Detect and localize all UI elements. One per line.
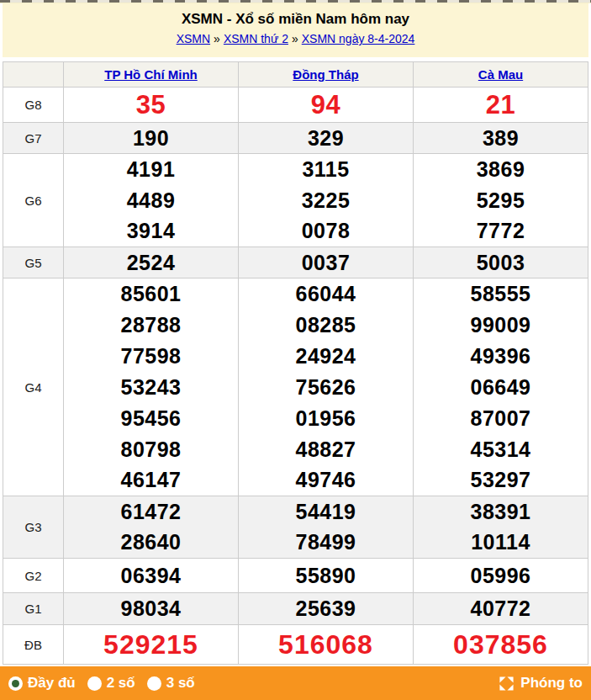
prize-row-g3: 28640 78499 10114 bbox=[3, 528, 588, 559]
prize-cell: 99009 bbox=[414, 310, 588, 341]
province-link-ca-mau[interactable]: Cà Mau bbox=[478, 67, 523, 82]
prize-cell: 06649 bbox=[414, 372, 588, 403]
prize-label-g6: G6 bbox=[3, 154, 64, 247]
prize-cell: 53243 bbox=[64, 372, 239, 403]
radio-dot bbox=[12, 680, 19, 687]
prize-cell: 389 bbox=[414, 123, 588, 154]
column-header-row: TP Hồ Chí Minh Đồng Tháp Cà Mau bbox=[3, 62, 588, 88]
prize-cell: 3115 bbox=[239, 154, 414, 185]
prize-cell: 94 bbox=[239, 88, 414, 123]
prize-row-g6: G6 4191 3115 3869 bbox=[3, 154, 588, 185]
prize-cell: 06394 bbox=[64, 559, 239, 593]
prize-cell: 75626 bbox=[239, 372, 414, 403]
prize-row-g7: G7 190 329 389 bbox=[3, 123, 588, 154]
breadcrumb-separator: » bbox=[214, 32, 220, 45]
prize-label-g7: G7 bbox=[3, 123, 64, 154]
corner-cell bbox=[3, 62, 64, 88]
prize-row-db: ĐB 529215 516068 037856 bbox=[3, 625, 588, 665]
prize-cell: 7772 bbox=[414, 216, 588, 247]
option-3-digits-label: 3 số bbox=[166, 675, 195, 692]
prize-row-g6: 4489 3225 5295 bbox=[3, 185, 588, 216]
prize-cell: 21 bbox=[414, 88, 588, 123]
radio-icon[interactable] bbox=[87, 676, 102, 691]
zoom-label: Phóng to bbox=[520, 675, 583, 692]
prize-cell: 329 bbox=[239, 123, 414, 154]
prize-cell: 037856 bbox=[414, 625, 588, 665]
breadcrumb-link-xsmn-thu2[interactable]: XSMN thứ 2 bbox=[224, 32, 288, 45]
display-mode-options: Đầy đủ 2 số 3 số bbox=[8, 675, 195, 692]
prize-label-g8: G8 bbox=[3, 88, 64, 123]
prize-row-g5: G5 2524 0037 5003 bbox=[3, 247, 588, 278]
prize-row-g4: 46147 49746 53297 bbox=[3, 465, 588, 496]
prize-row-g3: G3 61472 54419 38391 bbox=[3, 496, 588, 528]
expand-icon bbox=[499, 676, 514, 692]
prize-cell: 55890 bbox=[239, 559, 414, 593]
breadcrumb-link-xsmn[interactable]: XSMN bbox=[177, 32, 210, 45]
prize-cell: 4191 bbox=[64, 154, 239, 185]
prize-row-g4: 77598 24924 49396 bbox=[3, 341, 588, 372]
breadcrumb-link-xsmn-date[interactable]: XSMN ngày 8-4-2024 bbox=[302, 32, 415, 45]
prize-cell: 2524 bbox=[64, 247, 239, 278]
prize-label-g5: G5 bbox=[3, 247, 64, 278]
prize-label-g2: G2 bbox=[3, 559, 64, 593]
prize-row-g4: 95456 01956 87007 bbox=[3, 403, 588, 434]
prize-cell: 5295 bbox=[414, 185, 588, 216]
prize-cell: 61472 bbox=[64, 496, 239, 528]
prize-cell: 46147 bbox=[64, 465, 239, 496]
prize-cell: 516068 bbox=[239, 625, 414, 665]
prize-cell: 78499 bbox=[239, 528, 414, 559]
prize-cell: 58555 bbox=[414, 278, 588, 310]
prize-cell: 85601 bbox=[64, 278, 239, 310]
prize-cell: 80798 bbox=[64, 434, 239, 465]
prize-label-g1: G1 bbox=[3, 593, 64, 625]
radio-icon[interactable] bbox=[147, 676, 161, 691]
prize-cell: 10114 bbox=[414, 528, 588, 559]
zoom-toggle[interactable]: Phóng to bbox=[499, 675, 583, 692]
option-3-digits[interactable]: 3 số bbox=[147, 675, 195, 692]
prize-cell: 25639 bbox=[239, 593, 414, 625]
prize-cell: 0078 bbox=[239, 216, 414, 247]
prize-label-db: ĐB bbox=[3, 625, 64, 665]
prize-cell: 40772 bbox=[414, 593, 588, 625]
prize-label-g4: G4 bbox=[3, 278, 64, 496]
prize-cell: 66044 bbox=[239, 278, 414, 310]
prize-cell: 3914 bbox=[64, 216, 239, 247]
province-link-dong-thap[interactable]: Đồng Tháp bbox=[293, 67, 358, 82]
footer-bar: Đầy đủ 2 số 3 số Phóng to bbox=[0, 666, 591, 700]
prize-cell: 08285 bbox=[239, 310, 414, 341]
prize-cell: 98034 bbox=[64, 593, 239, 625]
prize-cell: 28640 bbox=[64, 528, 239, 559]
column-header-ca-mau: Cà Mau bbox=[414, 62, 588, 88]
prize-cell: 35 bbox=[64, 88, 239, 123]
prize-cell: 77598 bbox=[64, 341, 239, 372]
prize-row-g4: G4 85601 66044 58555 bbox=[3, 278, 588, 310]
prize-cell: 3869 bbox=[414, 154, 588, 185]
prize-row-g4: 80798 48827 45314 bbox=[3, 434, 588, 465]
prize-cell: 01956 bbox=[239, 403, 414, 434]
breadcrumb-separator: » bbox=[292, 32, 298, 45]
prize-row-g1: G1 98034 25639 40772 bbox=[3, 593, 588, 625]
prize-cell: 49746 bbox=[239, 465, 414, 496]
radio-selected-icon[interactable] bbox=[8, 676, 23, 691]
prize-cell: 24924 bbox=[239, 341, 414, 372]
page-title: XSMN - Xổ số miền Nam hôm nay bbox=[3, 11, 588, 28]
prize-cell: 4489 bbox=[64, 185, 239, 216]
column-header-hcm: TP Hồ Chí Minh bbox=[64, 62, 239, 88]
prize-cell: 87007 bbox=[414, 403, 588, 434]
prize-row-g8: G8 35 94 21 bbox=[3, 88, 588, 123]
province-link-hcm[interactable]: TP Hồ Chí Minh bbox=[104, 67, 198, 82]
prize-cell: 45314 bbox=[414, 434, 588, 465]
prize-cell: 95456 bbox=[64, 403, 239, 434]
option-2-digits[interactable]: 2 số bbox=[87, 675, 135, 692]
prize-row-g4: 53243 75626 06649 bbox=[3, 372, 588, 403]
option-2-digits-label: 2 số bbox=[107, 675, 135, 692]
masthead: XSMN - Xổ số miền Nam hôm nay XSMN»XSMN … bbox=[3, 3, 588, 57]
option-full[interactable]: Đầy đủ bbox=[8, 675, 76, 692]
prize-cell: 48827 bbox=[239, 434, 414, 465]
column-header-dong-thap: Đồng Tháp bbox=[239, 62, 414, 88]
prize-row-g2: G2 06394 55890 05996 bbox=[3, 559, 588, 593]
prize-cell: 49396 bbox=[414, 341, 588, 372]
prize-cell: 529215 bbox=[64, 625, 239, 665]
prize-cell: 05996 bbox=[414, 559, 588, 593]
breadcrumb: XSMN»XSMN thứ 2»XSMN ngày 8-4-2024 bbox=[3, 32, 588, 45]
